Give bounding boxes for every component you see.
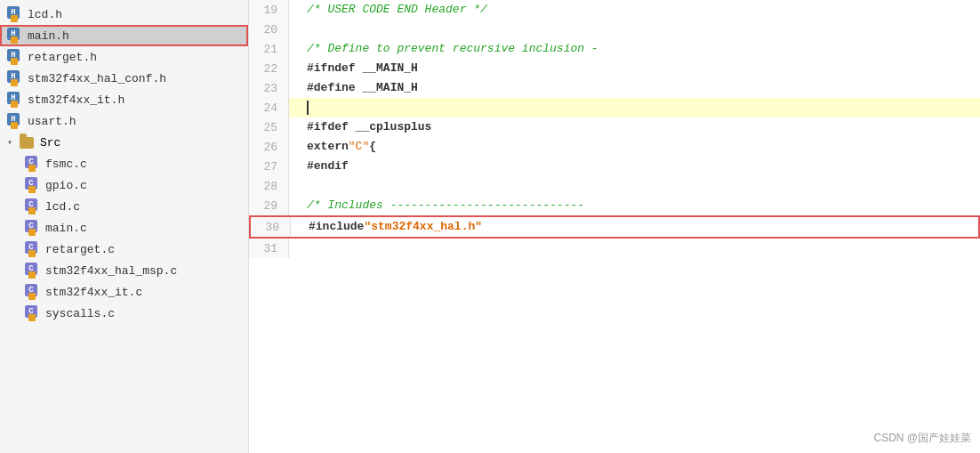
file-main-c[interactable]: C main.c — [18, 217, 248, 239]
line-content-20 — [289, 20, 980, 39]
code-line-30: 30 #include "stm32f4xx_hal.h" — [249, 215, 980, 239]
file-usart-h[interactable]: H usart.h — [0, 110, 248, 132]
file-retarget-h[interactable]: H retarget.h — [0, 46, 248, 68]
line-content-27: #endif — [289, 157, 980, 176]
code-line-31: 31 — [249, 239, 980, 258]
line-number-29: 29 — [249, 196, 289, 215]
code-line-23: 23 #define __MAIN_H — [249, 78, 980, 98]
line-number-26: 26 — [249, 137, 289, 157]
watermark-text: CSDN @国产娃娃菜 — [873, 431, 971, 446]
file-lcd-c[interactable]: C lcd.c — [18, 196, 248, 217]
line-number-22: 22 — [249, 59, 289, 78]
line-number-31: 31 — [249, 239, 289, 258]
line-number-25: 25 — [249, 117, 289, 137]
code-line-26: 26 extern "C" { — [249, 137, 980, 157]
line-content-21: /* Define to prevent recursive inclusion… — [289, 39, 980, 59]
code-line-22: 22 #ifndef __MAIN_H — [249, 59, 980, 78]
folder-icon — [20, 134, 36, 150]
line-content-19: /* USER CODE END Header */ — [289, 0, 980, 20]
line-number-21: 21 — [249, 39, 289, 59]
line-content-23: #define __MAIN_H — [289, 78, 980, 98]
file-syscalls-c[interactable]: C syscalls.c — [18, 303, 248, 324]
line-content-24 — [289, 98, 980, 117]
line-content-28 — [289, 176, 980, 196]
line-content-29: /* Includes ---------------------------- — [289, 196, 980, 215]
file-stm32-hal-conf-h[interactable]: H stm32f4xx_hal_conf.h — [0, 68, 248, 89]
file-stm32-hal-msp-c[interactable]: C stm32f4xx_hal_msp.c — [18, 260, 248, 281]
code-line-21: 21 /* Define to prevent recursive inclus… — [249, 39, 980, 59]
code-line-28: 28 — [249, 176, 980, 196]
line-number-24: 24 — [249, 98, 289, 117]
text-cursor — [307, 101, 309, 115]
line-number-27: 27 — [249, 157, 289, 176]
code-line-29: 29 /* Includes -------------------------… — [249, 196, 980, 215]
line-content-30: #include "stm32f4xx_hal.h" — [291, 217, 978, 237]
code-line-24: 24 — [249, 98, 980, 117]
line-number-19: 19 — [249, 0, 289, 20]
file-gpio-c[interactable]: C gpio.c — [18, 174, 248, 196]
line-content-22: #ifndef __MAIN_H — [289, 59, 980, 78]
chevron-down-icon: ▾ — [7, 137, 18, 148]
file-lcd-h[interactable]: H lcd.h — [0, 4, 248, 25]
line-number-28: 28 — [249, 176, 289, 196]
line-number-20: 20 — [249, 20, 289, 39]
line-number-30: 30 — [251, 217, 291, 237]
code-line-27: 27 #endif — [249, 157, 980, 176]
code-line-20: 20 — [249, 20, 980, 39]
file-retarget-c[interactable]: C retarget.c — [18, 239, 248, 260]
line-content-31 — [289, 239, 980, 258]
code-line-25: 25 #ifdef __cplusplus — [249, 117, 980, 137]
line-content-26: extern "C" { — [289, 137, 980, 157]
file-fsmc-c[interactable]: C fsmc.c — [18, 153, 248, 174]
file-main-h[interactable]: H main.h — [0, 25, 248, 46]
file-tree: H lcd.h H main.h H retarget.h H stm32f4x… — [0, 0, 249, 453]
line-content-25: #ifdef __cplusplus — [289, 117, 980, 137]
folder-src[interactable]: ▾ Src — [0, 132, 248, 153]
line-number-23: 23 — [249, 78, 289, 98]
file-stm32-it-c[interactable]: C stm32f4xx_it.c — [18, 281, 248, 303]
file-stm32-it-h[interactable]: H stm32f4xx_it.h — [0, 89, 248, 110]
code-line-19: 19 /* USER CODE END Header */ — [249, 0, 980, 20]
code-editor[interactable]: 19 /* USER CODE END Header */ 20 21 /* D… — [249, 0, 980, 453]
